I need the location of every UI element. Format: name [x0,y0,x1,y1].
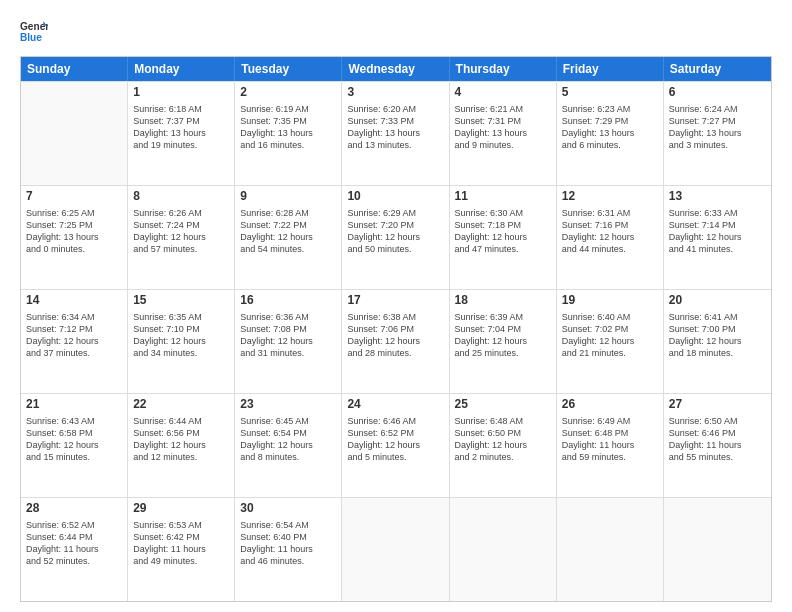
day-info: Sunrise: 6:29 AMSunset: 7:20 PMDaylight:… [347,207,443,256]
day-cell-5: 5Sunrise: 6:23 AMSunset: 7:29 PMDaylight… [557,82,664,185]
day-info: Sunrise: 6:43 AMSunset: 6:58 PMDaylight:… [26,415,122,464]
day-number: 16 [240,293,336,309]
day-cell-4: 4Sunrise: 6:21 AMSunset: 7:31 PMDaylight… [450,82,557,185]
day-number: 3 [347,85,443,101]
day-cell-10: 10Sunrise: 6:29 AMSunset: 7:20 PMDayligh… [342,186,449,289]
day-cell-11: 11Sunrise: 6:30 AMSunset: 7:18 PMDayligh… [450,186,557,289]
calendar-row-2: 7Sunrise: 6:25 AMSunset: 7:25 PMDaylight… [21,185,771,289]
day-info: Sunrise: 6:30 AMSunset: 7:18 PMDaylight:… [455,207,551,256]
day-cell-16: 16Sunrise: 6:36 AMSunset: 7:08 PMDayligh… [235,290,342,393]
day-number: 26 [562,397,658,413]
day-cell-12: 12Sunrise: 6:31 AMSunset: 7:16 PMDayligh… [557,186,664,289]
day-info: Sunrise: 6:20 AMSunset: 7:33 PMDaylight:… [347,103,443,152]
day-cell-18: 18Sunrise: 6:39 AMSunset: 7:04 PMDayligh… [450,290,557,393]
day-number: 7 [26,189,122,205]
day-number: 6 [669,85,766,101]
day-info: Sunrise: 6:35 AMSunset: 7:10 PMDaylight:… [133,311,229,360]
day-cell-1: 1Sunrise: 6:18 AMSunset: 7:37 PMDaylight… [128,82,235,185]
day-info: Sunrise: 6:53 AMSunset: 6:42 PMDaylight:… [133,519,229,568]
day-cell-26: 26Sunrise: 6:49 AMSunset: 6:48 PMDayligh… [557,394,664,497]
day-info: Sunrise: 6:54 AMSunset: 6:40 PMDaylight:… [240,519,336,568]
day-info: Sunrise: 6:39 AMSunset: 7:04 PMDaylight:… [455,311,551,360]
day-info: Sunrise: 6:18 AMSunset: 7:37 PMDaylight:… [133,103,229,152]
header-day-monday: Monday [128,57,235,81]
day-number: 9 [240,189,336,205]
day-cell-6: 6Sunrise: 6:24 AMSunset: 7:27 PMDaylight… [664,82,771,185]
day-info: Sunrise: 6:38 AMSunset: 7:06 PMDaylight:… [347,311,443,360]
calendar-row-4: 21Sunrise: 6:43 AMSunset: 6:58 PMDayligh… [21,393,771,497]
day-number: 18 [455,293,551,309]
day-number: 11 [455,189,551,205]
day-cell-21: 21Sunrise: 6:43 AMSunset: 6:58 PMDayligh… [21,394,128,497]
day-info: Sunrise: 6:34 AMSunset: 7:12 PMDaylight:… [26,311,122,360]
day-number: 1 [133,85,229,101]
logo: General Blue [20,18,52,46]
day-cell-13: 13Sunrise: 6:33 AMSunset: 7:14 PMDayligh… [664,186,771,289]
day-info: Sunrise: 6:49 AMSunset: 6:48 PMDaylight:… [562,415,658,464]
svg-text:Blue: Blue [20,32,42,43]
header-day-thursday: Thursday [450,57,557,81]
day-number: 25 [455,397,551,413]
day-number: 20 [669,293,766,309]
empty-cell [557,498,664,601]
day-number: 28 [26,501,122,517]
calendar-row-3: 14Sunrise: 6:34 AMSunset: 7:12 PMDayligh… [21,289,771,393]
day-info: Sunrise: 6:24 AMSunset: 7:27 PMDaylight:… [669,103,766,152]
day-info: Sunrise: 6:44 AMSunset: 6:56 PMDaylight:… [133,415,229,464]
day-number: 23 [240,397,336,413]
day-number: 24 [347,397,443,413]
empty-cell [450,498,557,601]
header-day-tuesday: Tuesday [235,57,342,81]
day-info: Sunrise: 6:46 AMSunset: 6:52 PMDaylight:… [347,415,443,464]
day-cell-20: 20Sunrise: 6:41 AMSunset: 7:00 PMDayligh… [664,290,771,393]
day-info: Sunrise: 6:25 AMSunset: 7:25 PMDaylight:… [26,207,122,256]
day-info: Sunrise: 6:31 AMSunset: 7:16 PMDaylight:… [562,207,658,256]
day-cell-14: 14Sunrise: 6:34 AMSunset: 7:12 PMDayligh… [21,290,128,393]
day-cell-2: 2Sunrise: 6:19 AMSunset: 7:35 PMDaylight… [235,82,342,185]
calendar-header-row: SundayMondayTuesdayWednesdayThursdayFrid… [21,57,771,81]
day-number: 2 [240,85,336,101]
day-cell-30: 30Sunrise: 6:54 AMSunset: 6:40 PMDayligh… [235,498,342,601]
logo-icon: General Blue [20,18,48,46]
day-cell-29: 29Sunrise: 6:53 AMSunset: 6:42 PMDayligh… [128,498,235,601]
day-number: 19 [562,293,658,309]
day-cell-3: 3Sunrise: 6:20 AMSunset: 7:33 PMDaylight… [342,82,449,185]
day-number: 27 [669,397,766,413]
empty-cell [664,498,771,601]
day-number: 8 [133,189,229,205]
day-cell-27: 27Sunrise: 6:50 AMSunset: 6:46 PMDayligh… [664,394,771,497]
day-cell-22: 22Sunrise: 6:44 AMSunset: 6:56 PMDayligh… [128,394,235,497]
day-cell-9: 9Sunrise: 6:28 AMSunset: 7:22 PMDaylight… [235,186,342,289]
day-number: 17 [347,293,443,309]
day-number: 13 [669,189,766,205]
day-cell-17: 17Sunrise: 6:38 AMSunset: 7:06 PMDayligh… [342,290,449,393]
day-info: Sunrise: 6:19 AMSunset: 7:35 PMDaylight:… [240,103,336,152]
calendar-row-1: 1Sunrise: 6:18 AMSunset: 7:37 PMDaylight… [21,81,771,185]
empty-cell [21,82,128,185]
day-info: Sunrise: 6:52 AMSunset: 6:44 PMDaylight:… [26,519,122,568]
day-number: 10 [347,189,443,205]
day-info: Sunrise: 6:33 AMSunset: 7:14 PMDaylight:… [669,207,766,256]
day-cell-7: 7Sunrise: 6:25 AMSunset: 7:25 PMDaylight… [21,186,128,289]
day-info: Sunrise: 6:26 AMSunset: 7:24 PMDaylight:… [133,207,229,256]
day-info: Sunrise: 6:28 AMSunset: 7:22 PMDaylight:… [240,207,336,256]
day-info: Sunrise: 6:23 AMSunset: 7:29 PMDaylight:… [562,103,658,152]
day-number: 4 [455,85,551,101]
day-cell-8: 8Sunrise: 6:26 AMSunset: 7:24 PMDaylight… [128,186,235,289]
day-number: 29 [133,501,229,517]
header-day-friday: Friday [557,57,664,81]
day-info: Sunrise: 6:45 AMSunset: 6:54 PMDaylight:… [240,415,336,464]
day-number: 14 [26,293,122,309]
day-number: 15 [133,293,229,309]
day-info: Sunrise: 6:48 AMSunset: 6:50 PMDaylight:… [455,415,551,464]
header-day-saturday: Saturday [664,57,771,81]
day-cell-25: 25Sunrise: 6:48 AMSunset: 6:50 PMDayligh… [450,394,557,497]
calendar: SundayMondayTuesdayWednesdayThursdayFrid… [20,56,772,602]
day-cell-28: 28Sunrise: 6:52 AMSunset: 6:44 PMDayligh… [21,498,128,601]
day-number: 21 [26,397,122,413]
day-info: Sunrise: 6:40 AMSunset: 7:02 PMDaylight:… [562,311,658,360]
day-info: Sunrise: 6:50 AMSunset: 6:46 PMDaylight:… [669,415,766,464]
day-cell-19: 19Sunrise: 6:40 AMSunset: 7:02 PMDayligh… [557,290,664,393]
calendar-body: 1Sunrise: 6:18 AMSunset: 7:37 PMDaylight… [21,81,771,601]
day-cell-24: 24Sunrise: 6:46 AMSunset: 6:52 PMDayligh… [342,394,449,497]
